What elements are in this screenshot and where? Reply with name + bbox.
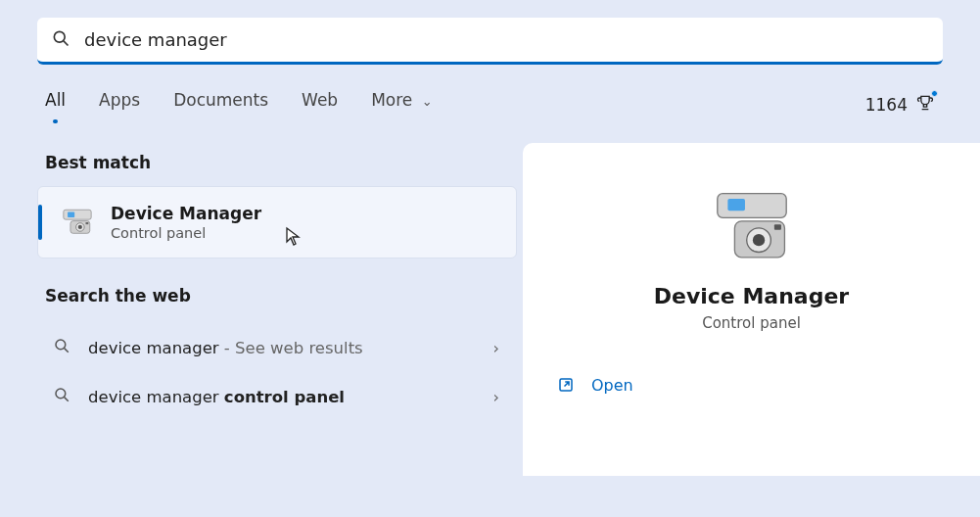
rewards-points[interactable]: 1164 [865,93,935,117]
result-title: Device Manager [111,204,261,223]
result-subtitle: Control panel [111,225,261,241]
device-manager-icon [709,188,795,266]
svg-rect-3 [68,212,74,217]
search-web-heading: Search the web [37,276,517,319]
open-action[interactable]: Open [556,375,633,395]
svg-rect-7 [86,222,89,224]
web-result[interactable]: device manager control panel › [37,372,517,421]
svg-line-11 [65,398,69,401]
web-result[interactable]: device manager - See web results › [37,323,517,372]
device-manager-icon [58,203,97,242]
chevron-right-icon: › [493,339,499,357]
svg-line-1 [64,40,69,45]
web-result-text: device manager - See web results [88,339,363,357]
svg-rect-13 [727,199,745,211]
svg-line-9 [65,349,69,352]
chevron-right-icon: › [493,388,499,406]
search-icon [53,386,70,407]
points-value: 1164 [865,95,908,115]
tab-web[interactable]: Web [302,90,338,119]
open-icon [556,375,576,395]
open-label: Open [591,376,633,395]
web-result-text: device manager control panel [88,388,345,406]
svg-rect-17 [773,224,780,229]
chevron-down-icon: ⌄ [422,94,433,109]
preview-panel: Device Manager Control panel Open [523,143,980,476]
best-match-result[interactable]: Device Manager Control panel [37,186,517,258]
filter-tabs: All Apps Documents Web More ⌄ 1164 [0,65,980,119]
tab-all[interactable]: All [45,90,66,119]
svg-point-16 [752,234,764,246]
svg-rect-12 [717,194,785,218]
tab-apps[interactable]: Apps [99,90,140,119]
search-icon [51,28,70,52]
search-input[interactable] [84,29,929,50]
best-match-heading: Best match [37,143,517,186]
trophy-icon [915,93,935,117]
search-icon [53,337,70,358]
tab-more[interactable]: More ⌄ [371,90,432,119]
preview-title: Device Manager [654,284,849,308]
svg-point-8 [56,340,66,350]
search-box[interactable] [37,18,943,65]
cursor-icon [285,226,303,252]
svg-point-0 [54,31,65,42]
svg-point-10 [56,389,66,399]
svg-point-6 [78,225,82,229]
tab-documents[interactable]: Documents [173,90,268,119]
preview-subtitle: Control panel [702,314,801,332]
